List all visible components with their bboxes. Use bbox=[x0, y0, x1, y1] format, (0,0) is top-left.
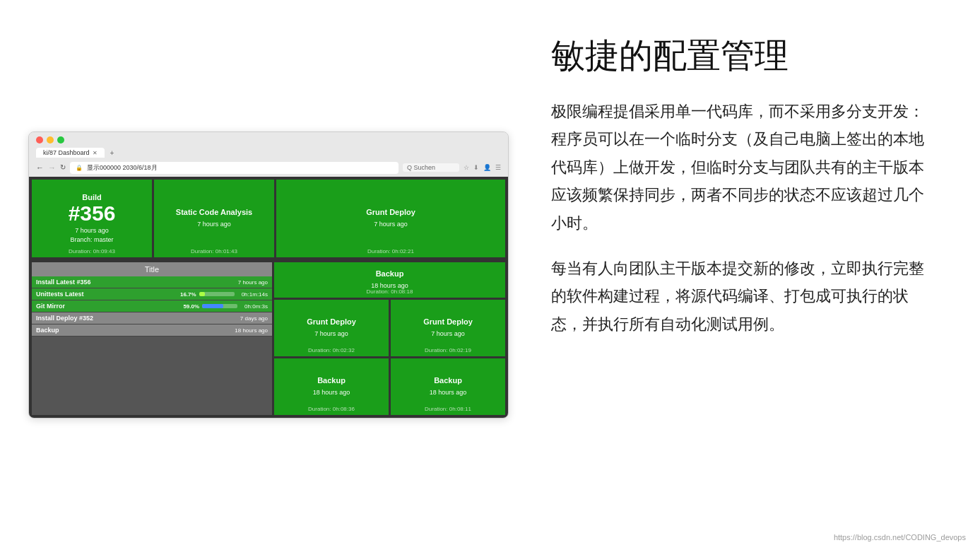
static-time: 7 hours ago bbox=[197, 220, 231, 229]
grunt-mid-right-title: Grunt Deploy bbox=[423, 317, 473, 326]
browser-tab-bar: ki/87 Dashboard ✕ + bbox=[36, 148, 501, 158]
grunt-deploy-top-footer: Duration: 0h:02:21 bbox=[276, 248, 505, 254]
forward-icon[interactable]: → bbox=[48, 163, 56, 172]
list-item-time: 18 hours ago bbox=[235, 327, 268, 334]
grunt-deploy-mid-left-tile: Grunt Deploy 7 hours ago Duration: 0h:02… bbox=[274, 300, 389, 356]
progress-container: 59.0% 0h:0m:3s bbox=[183, 303, 268, 310]
footnote: https://blog.csdn.net/CODING_devops bbox=[834, 533, 966, 542]
backup-bottom-left-title: Backup bbox=[317, 376, 346, 385]
backup-bottom-right-time: 18 hours ago bbox=[430, 388, 467, 397]
list-item: Unittests Latest 16.7% 0h:1m:14s bbox=[32, 288, 272, 300]
list-item-name: Install Latest #356 bbox=[36, 279, 234, 286]
static-title: Static Code Analysis bbox=[176, 208, 252, 216]
build-number: #356 bbox=[69, 203, 116, 224]
left-panel: ki/87 Dashboard ✕ + ← → ↻ 🔒 显示000000 203… bbox=[0, 0, 509, 550]
static-code-tile: Static Code Analysis 7 hours ago Duratio… bbox=[154, 180, 274, 257]
list-item-time: 0h:1m:14s bbox=[242, 291, 268, 298]
grunt-mid-right-time: 7 hours ago bbox=[431, 329, 465, 339]
list-item: Install Deploy #352 7 days ago bbox=[32, 312, 272, 324]
dot-yellow[interactable] bbox=[47, 136, 54, 144]
grunt-mid-left-title: Grunt Deploy bbox=[307, 317, 356, 326]
paragraph-1: 极限编程提倡采用单一代码库，而不采用多分支开发：程序员可以在一个临时分支（及自己… bbox=[551, 98, 938, 238]
backup-top-footer: Duration: 0h:08:18 bbox=[274, 288, 505, 295]
main-title: 敏捷的配置管理 bbox=[551, 35, 938, 76]
list-item: Install Latest #356 7 hours ago bbox=[32, 276, 272, 288]
progress-container: 16.7% 0h:1m:14s bbox=[180, 291, 268, 298]
grunt-deploy-mid-right-tile: Grunt Deploy 7 hours ago Duration: 0h:02… bbox=[391, 300, 505, 356]
address-bar[interactable]: 🔒 显示000000 2030/6/18月 bbox=[70, 162, 399, 174]
list-panel: Title Install Latest #356 7 hours ago Un… bbox=[32, 262, 272, 415]
backup-top-tile: Backup 18 hours ago Duration: 0h:08:18 bbox=[274, 262, 505, 298]
paragraph-2: 每当有人向团队主干版本提交新的修改，立即执行完整的软件构建过程，将源代码编译、打… bbox=[551, 254, 938, 339]
build-tile: Build #356 7 hours ago Branch: master Du… bbox=[32, 180, 152, 257]
tab-label: ki/87 Dashboard bbox=[43, 149, 90, 156]
search-placeholder: Q Suchen bbox=[407, 164, 435, 171]
progress-bar-fill bbox=[202, 304, 223, 308]
build-time: 7 hours ago Branch: master bbox=[70, 226, 113, 244]
list-item: Git Mirror 59.0% 0h:0m:3s bbox=[32, 300, 272, 312]
grunt-deploy-top-time: 7 hours ago bbox=[374, 220, 408, 229]
list-item-name: Git Mirror bbox=[36, 303, 183, 310]
lock-icon: 🔒 bbox=[76, 165, 83, 171]
backup-bottom-left-footer: Duration: 0h:08:36 bbox=[274, 406, 389, 412]
list-header: Title bbox=[32, 262, 272, 276]
grunt-mid-left-footer: Duration: 0h:02:32 bbox=[274, 347, 389, 353]
new-tab-icon[interactable]: + bbox=[107, 149, 117, 157]
menu-icon[interactable]: ☰ bbox=[495, 164, 501, 171]
progress-bar-bg bbox=[199, 292, 235, 296]
static-footer: Duration: 0h:01:43 bbox=[154, 248, 274, 254]
list-item-name: Install Deploy #352 bbox=[36, 315, 236, 322]
grunt-mid-left-time: 7 hours ago bbox=[314, 329, 348, 339]
list-item-name: Backup bbox=[36, 327, 230, 334]
dashboard-top: Build #356 7 hours ago Branch: master Du… bbox=[29, 177, 508, 262]
list-item: Backup 18 hours ago bbox=[32, 324, 272, 337]
dot-red[interactable] bbox=[36, 136, 43, 144]
backup-bottom-left-time: 18 hours ago bbox=[313, 388, 350, 397]
backup-bottom-right-title: Backup bbox=[434, 376, 462, 385]
refresh-icon[interactable]: ↻ bbox=[60, 163, 66, 171]
list-item-name: Unittests Latest bbox=[36, 291, 180, 298]
dot-green[interactable] bbox=[57, 136, 64, 144]
browser-tab[interactable]: ki/87 Dashboard ✕ bbox=[36, 148, 105, 158]
build-footer: Duration: 0h:09:43 bbox=[32, 248, 152, 254]
tab-close-icon[interactable]: ✕ bbox=[93, 150, 98, 156]
right-panel: 敏捷的配置管理 极限编程提倡采用单一代码库，而不采用多分支开发：程序员可以在一个… bbox=[509, 0, 980, 550]
list-item-time: 7 days ago bbox=[240, 315, 268, 322]
right-tiles: Backup 18 hours ago Duration: 0h:08:18 G… bbox=[274, 262, 505, 415]
user-icon[interactable]: 👤 bbox=[483, 164, 491, 171]
bookmark-icon[interactable]: ⬇ bbox=[473, 164, 479, 171]
grunt-deploy-top-tile: Grunt Deploy 7 hours ago Duration: 0h:02… bbox=[276, 180, 505, 257]
search-box[interactable]: Q Suchen bbox=[403, 163, 459, 172]
progress-bar-fill bbox=[199, 292, 205, 296]
build-title: Build bbox=[82, 193, 102, 201]
dashboard-second-row: Title Install Latest #356 7 hours ago Un… bbox=[29, 262, 508, 418]
browser-chrome: ki/87 Dashboard ✕ + ← → ↻ 🔒 显示000000 203… bbox=[29, 132, 508, 177]
backup-bottom-right-footer: Duration: 0h:08:11 bbox=[391, 406, 505, 412]
back-icon[interactable]: ← bbox=[36, 163, 44, 172]
grunt-deploy-top-title: Grunt Deploy bbox=[366, 208, 415, 216]
backup-bottom-right-tile: Backup 18 hours ago Duration: 0h:08:11 bbox=[391, 358, 505, 415]
browser-mockup: ki/87 Dashboard ✕ + ← → ↻ 🔒 显示000000 203… bbox=[28, 131, 509, 419]
address-text: 显示000000 2030/6/18月 bbox=[87, 163, 393, 172]
backup-bottom-left-tile: Backup 18 hours ago Duration: 0h:08:36 bbox=[274, 358, 389, 415]
backup-top-title: Backup bbox=[376, 269, 404, 278]
list-item-time: 7 hours ago bbox=[238, 279, 268, 286]
star-icon[interactable]: ☆ bbox=[464, 164, 469, 171]
list-item-time: 0h:0m:3s bbox=[244, 303, 268, 310]
progress-bar-bg bbox=[202, 304, 237, 308]
grunt-mid-right-footer: Duration: 0h:02:19 bbox=[391, 347, 505, 353]
browser-dots bbox=[36, 136, 501, 144]
